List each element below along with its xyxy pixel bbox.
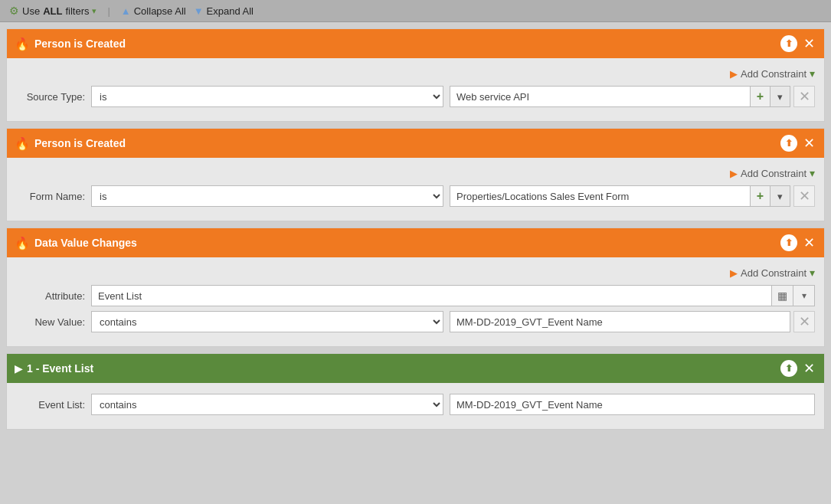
constraint-dropdown-icon-2: ▾: [810, 167, 815, 179]
add-constraint-label-1: Add Constraint: [741, 68, 806, 80]
input-group-3-newval: ✕: [450, 311, 815, 332]
filter-header-left-3: 🔥 Data Value Changes: [15, 236, 137, 250]
filter-all-label: ALL: [43, 5, 62, 17]
form-row-3-attr: Attribute: ▦ ▾: [16, 285, 815, 306]
block3-title: Data Value Changes: [34, 237, 137, 249]
filter-header-right-2: ⬆ ✕: [780, 135, 816, 152]
constraint-arrow-icon-3: ▶: [730, 267, 738, 279]
add-constraint-label-2: Add Constraint: [741, 168, 806, 179]
add-constraint-btn-3[interactable]: ▶ Add Constraint ▾: [730, 267, 815, 279]
select-3-newval[interactable]: contains: [91, 311, 443, 332]
filter-block-2: 🔥 Person is Created ⬆ ✕ ▶ Add Constraint…: [6, 128, 825, 221]
add-constraint-row-3: ▶ Add Constraint ▾: [16, 263, 815, 285]
filter-body-3: ▶ Add Constraint ▾ Attribute: ▦ ▾ New Va…: [7, 257, 824, 346]
block3-close-btn[interactable]: ✕: [802, 236, 816, 250]
attr-dropdown-btn[interactable]: ▾: [793, 285, 815, 306]
select-4-0[interactable]: contains: [91, 394, 443, 415]
input-group-2-0: + ▾ ✕: [450, 185, 815, 207]
filter-header-left-2: 🔥 Person is Created: [15, 136, 126, 151]
block4-up-btn[interactable]: ⬆: [780, 360, 797, 377]
constraint-arrow-icon-2: ▶: [730, 168, 738, 179]
value-input-4-0[interactable]: [450, 394, 815, 415]
add-constraint-row-1: ▶ Add Constraint ▾: [16, 64, 815, 86]
attr-grid-btn[interactable]: ▦: [772, 285, 793, 306]
expand-label: Expand All: [207, 5, 254, 17]
filter-header-3: 🔥 Data Value Changes ⬆ ✕: [7, 228, 824, 257]
filter-header-left-1: 🔥 Person is Created: [15, 37, 126, 51]
constraint-arrow-icon-1: ▶: [730, 68, 738, 80]
filter-icon: ⚙: [9, 5, 19, 17]
fire-icon-1: 🔥: [15, 37, 30, 51]
filter-toggle[interactable]: ⚙ Use ALL filters ▾: [9, 5, 97, 17]
plus-btn-1-0[interactable]: +: [751, 86, 770, 107]
block1-close-btn[interactable]: ✕: [802, 37, 816, 51]
label-4-0: Event List:: [16, 399, 85, 411]
filter-block-3: 🔥 Data Value Changes ⬆ ✕ ▶ Add Constrain…: [6, 227, 825, 347]
main-content: 🔥 Person is Created ⬆ ✕ ▶ Add Constraint…: [0, 22, 831, 436]
filter-header-left-4: ▶ 1 - Event List: [15, 362, 93, 375]
expand-all-btn[interactable]: ▼ Expand All: [194, 5, 254, 17]
filter-body-2: ▶ Add Constraint ▾ Form Name: is + ▾ ✕: [7, 158, 824, 221]
filter-use-label: Use: [22, 5, 40, 17]
filter-header-4: ▶ 1 - Event List ⬆ ✕: [7, 354, 824, 383]
collapse-icon: ▲: [121, 5, 131, 17]
separator: |: [107, 5, 110, 17]
block1-title: Person is Created: [34, 38, 126, 50]
constraint-dropdown-icon-1: ▾: [810, 67, 815, 80]
add-constraint-btn-2[interactable]: ▶ Add Constraint ▾: [730, 167, 815, 179]
filter-header-1: 🔥 Person is Created ⬆ ✕: [7, 29, 824, 58]
filter-body-4: Event List: contains: [7, 383, 824, 429]
filter-block-1: 🔥 Person is Created ⬆ ✕ ▶ Add Constraint…: [6, 28, 825, 122]
block3-up-btn[interactable]: ⬆: [780, 234, 797, 251]
dropdown-btn-2-0[interactable]: ▾: [770, 185, 790, 207]
plus-btn-2-0[interactable]: +: [751, 185, 770, 207]
label-1-0: Source Type:: [16, 91, 85, 103]
add-constraint-label-3: Add Constraint: [741, 267, 806, 279]
form-row-1-0: Source Type: is + ▾ ✕: [16, 86, 815, 107]
form-row-3-newval: New Value: contains ✕: [16, 311, 815, 332]
add-constraint-row-2: ▶ Add Constraint ▾: [16, 164, 815, 185]
value-input-2-0[interactable]: [450, 185, 751, 207]
block4-close-btn[interactable]: ✕: [802, 362, 816, 375]
remove-btn-1-0[interactable]: ✕: [793, 86, 815, 107]
filter-suffix-label: filters: [65, 5, 89, 17]
label-2-0: Form Name:: [16, 191, 85, 202]
remove-btn-2-0[interactable]: ✕: [793, 185, 815, 207]
input-group-1-0: + ▾ ✕: [450, 86, 815, 107]
select-2-0[interactable]: is: [91, 185, 443, 207]
block2-close-btn[interactable]: ✕: [802, 136, 816, 150]
remove-btn-3-newval[interactable]: ✕: [793, 311, 815, 332]
fire-icon-2: 🔥: [15, 136, 30, 151]
top-bar: ⚙ Use ALL filters ▾ | ▲ Collapse All ▼ E…: [0, 0, 831, 22]
expand-icon: ▼: [194, 5, 204, 17]
filter-dropdown-icon: ▾: [92, 6, 97, 16]
value-input-1-0[interactable]: [450, 86, 751, 107]
attr-input[interactable]: [91, 285, 772, 306]
collapse-all-btn[interactable]: ▲ Collapse All: [121, 5, 186, 17]
select-1-0[interactable]: is: [91, 86, 443, 107]
collapse-label: Collapse All: [134, 5, 186, 17]
arrow-icon-4: ▶: [15, 363, 22, 375]
form-row-4-0: Event List: contains: [16, 394, 815, 415]
filter-block-4: ▶ 1 - Event List ⬆ ✕ Event List: contain…: [6, 353, 825, 430]
block1-up-btn[interactable]: ⬆: [780, 35, 797, 52]
label-3-attr: Attribute:: [16, 290, 85, 302]
constraint-dropdown-icon-3: ▾: [810, 267, 815, 279]
form-row-2-0: Form Name: is + ▾ ✕: [16, 185, 815, 207]
filter-header-right-4: ⬆ ✕: [780, 360, 816, 377]
attr-input-group: ▦ ▾: [91, 285, 815, 306]
filter-header-right-1: ⬆ ✕: [780, 35, 816, 52]
filter-header-right-3: ⬆ ✕: [780, 234, 816, 251]
input-group-4-0: [450, 394, 815, 415]
label-3-newval: New Value:: [16, 316, 85, 328]
block2-title: Person is Created: [34, 137, 126, 149]
dropdown-btn-1-0[interactable]: ▾: [770, 86, 790, 107]
block4-title: 1 - Event List: [27, 362, 93, 375]
filter-body-1: ▶ Add Constraint ▾ Source Type: is + ▾ ✕: [7, 58, 824, 121]
add-constraint-btn-1[interactable]: ▶ Add Constraint ▾: [730, 67, 815, 80]
fire-icon-3: 🔥: [15, 236, 30, 250]
filter-header-2: 🔥 Person is Created ⬆ ✕: [7, 129, 824, 158]
value-input-3-newval[interactable]: [450, 311, 790, 332]
block2-up-btn[interactable]: ⬆: [780, 135, 797, 152]
